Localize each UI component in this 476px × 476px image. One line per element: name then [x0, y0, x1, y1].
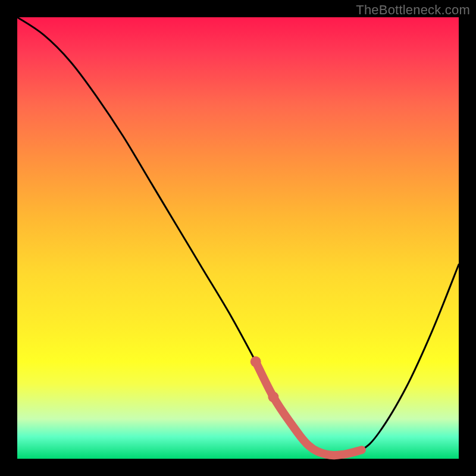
- bottleneck-curve: [17, 17, 459, 455]
- highlight-dot: [250, 356, 261, 367]
- plot-area: [17, 17, 459, 459]
- watermark-text: TheBottleneck.com: [356, 2, 470, 18]
- curve-svg: [17, 17, 459, 459]
- chart-frame: TheBottleneck.com: [0, 0, 476, 476]
- highlight-segment: [256, 362, 362, 455]
- highlight-dot: [268, 392, 278, 402]
